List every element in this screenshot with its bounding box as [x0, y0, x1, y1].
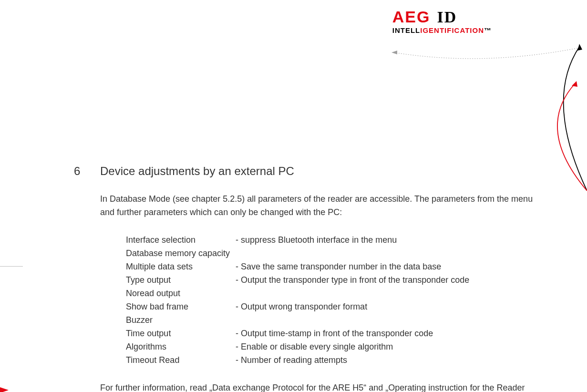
section-body: In Database Mode (see chapter 5.2.5) all…	[100, 192, 541, 392]
brand-aeg: AEG	[392, 8, 431, 26]
param-desc	[236, 287, 541, 300]
margin-mark-red	[0, 387, 9, 392]
param-label: Database memory capacity	[126, 247, 236, 260]
brand-tagline: INTELLIGENTIFICATION™	[392, 26, 492, 34]
param-desc	[236, 313, 541, 327]
list-item: Algorithms - Enable or disable every sin…	[126, 340, 541, 353]
param-label: Buzzer	[126, 313, 236, 327]
parameter-list: Interface selection - suppress Bluetooth…	[126, 233, 541, 367]
tagline-part1: INTELL	[392, 26, 421, 34]
param-desc: - Enable or disable every single algorit…	[236, 340, 541, 353]
list-item: Buzzer	[126, 313, 541, 327]
outro-paragraph: For further information, read „Data exch…	[100, 381, 541, 392]
svg-marker-1	[577, 44, 582, 51]
margin-mark-gray	[0, 266, 23, 267]
brand-logo: AEGID INTELLIGENTIFICATION™	[392, 9, 492, 34]
param-label: Show bad frame	[126, 300, 236, 313]
param-label: Multiple data sets	[126, 260, 236, 273]
intro-paragraph: In Database Mode (see chapter 5.2.5) all…	[100, 192, 541, 219]
svg-marker-2	[572, 81, 577, 87]
param-label: Noread output	[126, 287, 236, 300]
brand-logo-line1: AEGID	[392, 9, 492, 25]
list-item: Type output - Output the transponder typ…	[126, 273, 541, 287]
param-label: Time output	[126, 327, 236, 340]
page-content: 6 Device adjustments by an external PC I…	[74, 165, 541, 392]
section-number: 6	[74, 165, 100, 178]
param-desc: - Output the transponder type in front o…	[236, 273, 541, 287]
section-heading: 6 Device adjustments by an external PC	[74, 165, 541, 178]
svg-marker-0	[391, 51, 397, 54]
param-label: Type output	[126, 273, 236, 287]
param-desc: - Output wrong transponder format	[236, 300, 541, 313]
param-desc: - suppress Bluetooth interface in the me…	[236, 233, 541, 247]
param-desc	[236, 247, 541, 260]
list-item: Database memory capacity	[126, 247, 541, 260]
tagline-tm: ™	[484, 26, 492, 34]
svg-marker-3	[0, 387, 9, 392]
list-item: Interface selection - suppress Bluetooth…	[126, 233, 541, 247]
tagline-part3: IFICATION	[444, 26, 484, 34]
param-desc: - Save the same transponder number in th…	[236, 260, 541, 273]
list-item: Timeout Read - Number of reading attempt…	[126, 353, 541, 367]
param-label: Interface selection	[126, 233, 236, 247]
brand-id: ID	[437, 8, 457, 26]
param-label: Algorithms	[126, 340, 236, 353]
list-item: Noread output	[126, 287, 541, 300]
param-label: Timeout Read	[126, 353, 236, 367]
list-item: Time output - Output time-stamp in front…	[126, 327, 541, 340]
section-title: Device adjustments by an external PC	[100, 165, 294, 178]
list-item: Show bad frame - Output wrong transponde…	[126, 300, 541, 313]
list-item: Multiple data sets - Save the same trans…	[126, 260, 541, 273]
param-desc: - Output time-stamp in front of the tran…	[236, 327, 541, 340]
param-desc: - Number of reading attempts	[236, 353, 541, 367]
tagline-part2: IGENT	[420, 26, 444, 34]
